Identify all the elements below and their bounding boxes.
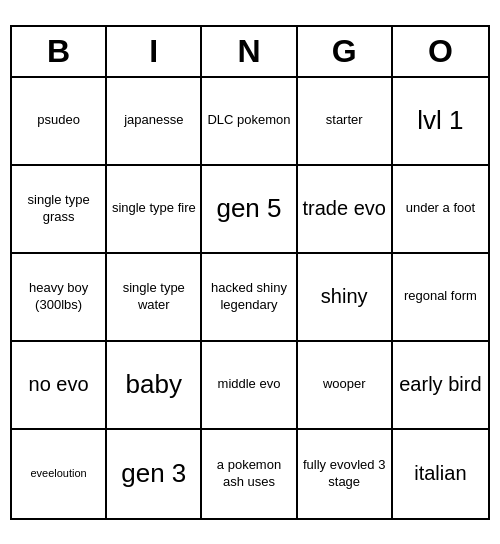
header-letter: G (298, 27, 393, 76)
bingo-cell: lvl 1 (393, 78, 488, 166)
bingo-cell: starter (298, 78, 393, 166)
bingo-cell: eveeloution (12, 430, 107, 518)
bingo-cell: trade evo (298, 166, 393, 254)
bingo-header: BINGO (12, 27, 488, 78)
bingo-cell: regonal form (393, 254, 488, 342)
bingo-cell: fully evovled 3 stage (298, 430, 393, 518)
bingo-cell: hacked shiny legendary (202, 254, 297, 342)
bingo-card: BINGO psudeojapanesseDLC pokemonstarterl… (10, 25, 490, 520)
bingo-cell: shiny (298, 254, 393, 342)
bingo-cell: heavy boy (300lbs) (12, 254, 107, 342)
header-letter: B (12, 27, 107, 76)
header-letter: I (107, 27, 202, 76)
bingo-cell: single type water (107, 254, 202, 342)
bingo-cell: gen 3 (107, 430, 202, 518)
bingo-cell: gen 5 (202, 166, 297, 254)
bingo-cell: baby (107, 342, 202, 430)
header-letter: O (393, 27, 488, 76)
bingo-cell: a pokemon ash uses (202, 430, 297, 518)
bingo-cell: DLC pokemon (202, 78, 297, 166)
bingo-cell: italian (393, 430, 488, 518)
bingo-cell: single type fire (107, 166, 202, 254)
bingo-cell: no evo (12, 342, 107, 430)
bingo-cell: early bird (393, 342, 488, 430)
bingo-cell: japanesse (107, 78, 202, 166)
bingo-cell: single type grass (12, 166, 107, 254)
bingo-cell: psudeo (12, 78, 107, 166)
bingo-grid: psudeojapanesseDLC pokemonstarterlvl 1si… (12, 78, 488, 518)
bingo-cell: under a foot (393, 166, 488, 254)
bingo-cell: wooper (298, 342, 393, 430)
bingo-cell: middle evo (202, 342, 297, 430)
header-letter: N (202, 27, 297, 76)
